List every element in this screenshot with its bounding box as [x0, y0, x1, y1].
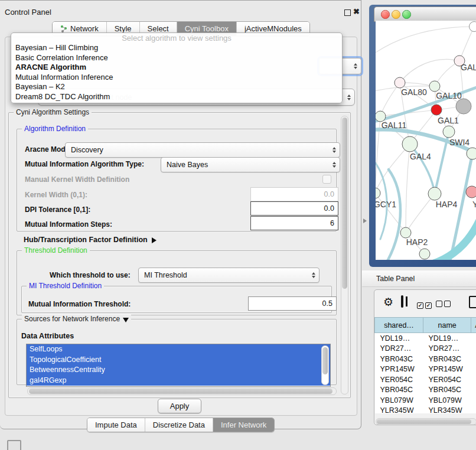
zoom-traffic-light-icon[interactable]: [402, 10, 411, 19]
attribute-item-topologicalcoefficient[interactable]: TopologicalCoefficient: [27, 355, 330, 366]
table-cell[interactable]: [471, 395, 476, 406]
table-cell[interactable]: YDL19…: [423, 333, 471, 344]
attribute-item-selfloops[interactable]: SelfLoops: [27, 344, 330, 355]
network-node-green[interactable]: [419, 249, 430, 259]
network-edge[interactable]: [406, 144, 410, 233]
table-cell[interactable]: 9.: [471, 385, 476, 396]
table-cell[interactable]: 13: [471, 333, 476, 344]
settings-horizontal-scrollbar[interactable]: [27, 387, 337, 395]
network-edge[interactable]: [406, 194, 435, 233]
attribute-item-gal4rgexp[interactable]: gal4RGexp: [27, 376, 330, 386]
network-node-red[interactable]: [431, 105, 442, 115]
network-node-white[interactable]: [470, 22, 476, 32]
network-node-green[interactable]: [376, 188, 380, 198]
table-row[interactable]: YLR345WYLR345W9.: [375, 406, 476, 414]
manual-kernel-checkbox[interactable]: [322, 175, 331, 184]
network-node-green[interactable]: [428, 187, 441, 200]
select-all-icon[interactable]: ✓✓: [417, 299, 432, 309]
table-cell[interactable]: YPR145W: [375, 364, 423, 375]
table-cell[interactable]: YBR043C: [423, 354, 471, 364]
network-window-titlebar[interactable]: [374, 6, 476, 22]
column-header-a[interactable]: A: [471, 318, 476, 333]
docked-panel-icon[interactable]: [7, 440, 21, 450]
network-node-green[interactable]: [467, 148, 476, 159]
table-cell[interactable]: YBR043C: [375, 354, 423, 364]
network-graph[interactable]: GALGAL80GAL10GAL1GAL11SWI4GAL4GCY1HAP4YH…: [376, 21, 476, 260]
mi-type-combo[interactable]: Naive Bayes: [161, 157, 340, 172]
network-edge[interactable]: [376, 27, 474, 55]
table-cell[interactable]: YPR145W: [423, 364, 471, 375]
hub-section-toggle[interactable]: Hub/Transcription Factor Definition: [24, 236, 157, 244]
network-edge[interactable]: [400, 59, 459, 83]
table-cell[interactable]: YDL19…: [375, 333, 423, 344]
table-row[interactable]: YBR043CYBR043C: [375, 354, 476, 364]
table-row[interactable]: YDL19…YDL19…13: [375, 333, 476, 344]
network-node-pink[interactable]: [395, 77, 405, 88]
scrollbar-thumb[interactable]: [322, 347, 328, 374]
table-horizontal-scrollbar[interactable]: [376, 418, 476, 425]
table-cell[interactable]: YBL079W: [375, 395, 423, 406]
close-window-icon[interactable]: ✖: [353, 7, 360, 16]
table-row[interactable]: YBR045CYBR045C9.: [375, 385, 476, 396]
scrollbar-thumb[interactable]: [342, 118, 347, 289]
table-row[interactable]: YDR27…YDR27…12: [375, 344, 476, 354]
network-node-gray[interactable]: [456, 99, 471, 114]
table-cell[interactable]: [471, 354, 476, 364]
mi-threshold-field[interactable]: 0.5: [248, 296, 337, 311]
tab-infer-network[interactable]: Infer Network: [213, 418, 274, 432]
column-header-shared-[interactable]: shared…: [375, 318, 423, 333]
network-edge[interactable]: [376, 158, 387, 239]
expanded-arrow-icon[interactable]: [123, 318, 129, 322]
table-cell[interactable]: 12: [471, 344, 476, 354]
scrollbar-thumb[interactable]: [29, 389, 332, 394]
column-header-name[interactable]: name: [423, 318, 471, 333]
table-cell[interactable]: 9.: [471, 364, 476, 375]
table-row[interactable]: YPR145WYPR145W9.: [375, 364, 476, 375]
table-cell[interactable]: YDR27…: [423, 344, 471, 354]
splitter-handle-icon[interactable]: [363, 219, 367, 223]
which-threshold-combo[interactable]: MI Threshold: [138, 268, 319, 283]
network-edge[interactable]: [387, 169, 400, 260]
attribute-item-betweennesscentrality[interactable]: BetweennessCentrality: [27, 365, 330, 376]
tab-discretize-data[interactable]: Discretize Data: [145, 418, 213, 432]
algorithm-option-aracne-algorithm[interactable]: ARACNE Algorithm: [11, 63, 342, 73]
algorithm-option-bayesian-k2[interactable]: Bayesian – K2: [11, 82, 342, 92]
kernel-width-field[interactable]: 0.0: [250, 187, 338, 201]
algorithm-option-dream8-dc-tdc-algorithm[interactable]: Dream8 DC_TDC Algorithm: [11, 92, 342, 102]
minimize-traffic-light-icon[interactable]: [392, 10, 400, 19]
table-cell[interactable]: 9.: [471, 406, 476, 414]
table-cell[interactable]: YBR045C: [423, 385, 471, 396]
table-cell[interactable]: YBR045C: [375, 385, 423, 396]
mi-steps-field[interactable]: 6: [250, 216, 338, 230]
deselect-all-icon[interactable]: [436, 299, 451, 309]
table-cell[interactable]: YER054C: [423, 374, 471, 385]
algorithm-option-bayesian-hill-climbing[interactable]: Bayesian – Hill Climbing: [11, 43, 342, 53]
table-cell[interactable]: YER054C: [375, 374, 423, 385]
float-window-icon[interactable]: [344, 9, 351, 16]
apply-button[interactable]: Apply: [158, 399, 201, 413]
dpi-tolerance-field[interactable]: 0.0: [250, 201, 338, 216]
list-vertical-scrollbar[interactable]: [321, 345, 329, 385]
table-cell[interactable]: YLR345W: [423, 406, 471, 414]
scrollbar-thumb[interactable]: [377, 419, 471, 424]
close-traffic-light-icon[interactable]: [381, 10, 390, 19]
node-table[interactable]: shared…nameAYDL19…YDL19…13YDR27…YDR27…12…: [374, 317, 476, 413]
table-cell[interactable]: YBL079W: [423, 395, 471, 406]
settings-vertical-scrollbar[interactable]: [341, 116, 348, 394]
gear-icon[interactable]: ⚙: [383, 296, 393, 308]
collapsed-arrow-icon[interactable]: [152, 237, 157, 243]
table-row[interactable]: YER054CYER054C8.: [375, 374, 476, 385]
network-node-salmon[interactable]: [466, 186, 476, 198]
column-view-icon[interactable]: [401, 295, 403, 308]
aracne-mode-combo[interactable]: Discovery: [65, 142, 340, 158]
new-table-icon[interactable]: [469, 296, 476, 308]
algorithm-option-mutual-information-inference[interactable]: Mutual Information Inference: [11, 73, 342, 83]
table-cell[interactable]: YDR27…: [375, 344, 423, 354]
network-node-green[interactable]: [402, 136, 418, 152]
data-attributes-list[interactable]: SelfLoopsTopologicalCoefficientBetweenne…: [26, 344, 331, 387]
algorithm-option-basic-correlation-inference[interactable]: Basic Correlation Inference: [11, 53, 342, 63]
table-row[interactable]: YBL079WYBL079W: [375, 395, 476, 406]
table-cell[interactable]: 8.: [471, 374, 476, 385]
tab-impute-data[interactable]: Impute Data: [87, 418, 145, 432]
network-node-green[interactable]: [400, 227, 411, 238]
